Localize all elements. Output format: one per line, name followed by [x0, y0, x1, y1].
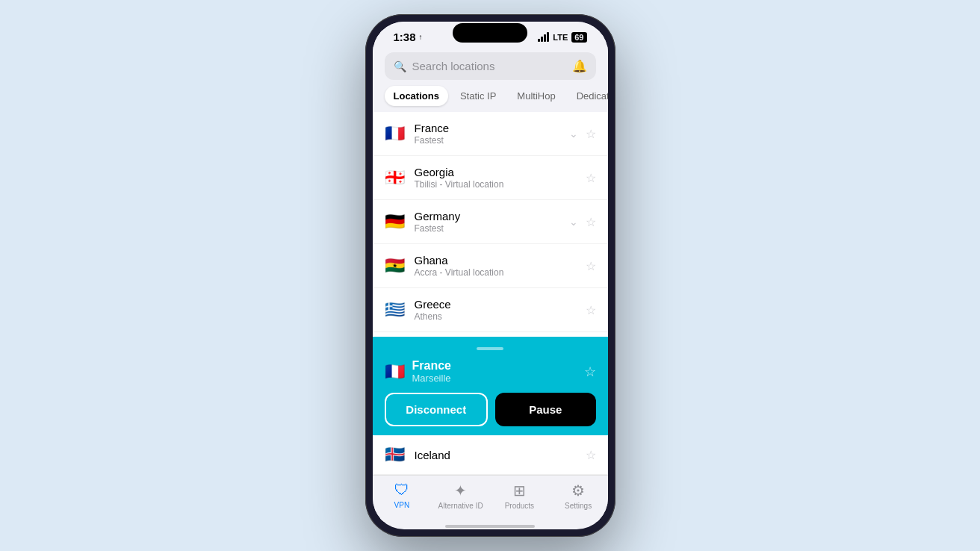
tabs-bar: Locations Static IP MultiHop Dedicated I… [373, 86, 608, 112]
list-item[interactable]: 🇬🇷 Greece Athens ☆ [373, 288, 608, 332]
gear-icon: ⚙ [571, 482, 585, 499]
time-display: 1:38 [394, 31, 416, 43]
connected-city: Marseille [412, 373, 577, 384]
search-input[interactable]: Search locations [412, 60, 566, 72]
nav-item-products[interactable]: ⊞ Products [490, 482, 549, 510]
app-content: 🔍 Search locations 🔔 Locations Static IP… [373, 46, 608, 475]
ghana-actions: ☆ [586, 259, 596, 273]
greece-name: Greece [415, 298, 577, 311]
status-time: 1:38 ↑ [394, 31, 423, 43]
list-item[interactable]: 🇬🇪 Georgia Tbilisi - Virtual location ☆ [373, 156, 608, 200]
drag-handle [477, 347, 503, 350]
tab-static-ip[interactable]: Static IP [451, 86, 505, 106]
germany-name: Germany [415, 210, 560, 222]
germany-info: Germany Fastest [415, 210, 560, 234]
france-flag: 🇫🇷 [385, 124, 406, 143]
germany-sub: Fastest [415, 223, 560, 234]
nav-item-vpn[interactable]: 🛡 VPN [373, 482, 432, 510]
home-indicator [445, 525, 535, 528]
list-item[interactable]: 🇩🇪 Germany Fastest ⌄ ☆ [373, 200, 608, 244]
georgia-flag: 🇬🇪 [385, 168, 406, 187]
disconnect-button[interactable]: Disconnect [385, 393, 489, 426]
ghana-flag: 🇬🇭 [385, 256, 406, 276]
search-bar: 🔍 Search locations 🔔 [373, 46, 608, 86]
ghana-sub: Accra - Virtual location [415, 267, 577, 278]
list-item[interactable]: 🇮🇸 Iceland ☆ [373, 435, 608, 475]
search-icon: 🔍 [394, 60, 406, 72]
france-info: France Fastest [415, 122, 560, 146]
tab-dedicated-ip[interactable]: Dedicated IP [568, 86, 608, 106]
location-arrow-icon: ↑ [419, 33, 423, 41]
favorite-star-icon[interactable]: ☆ [586, 215, 596, 229]
favorite-star-icon[interactable]: ☆ [586, 171, 596, 185]
favorite-star-icon[interactable]: ☆ [586, 259, 596, 273]
battery-badge: 69 [571, 32, 586, 43]
greece-flag: 🇬🇷 [385, 300, 406, 320]
nav-settings-label: Settings [565, 502, 592, 510]
pause-button[interactable]: Pause [495, 393, 596, 426]
tab-locations[interactable]: Locations [385, 86, 448, 106]
phone-screen: 1:38 ↑ LTE 69 🔍 Search lo [373, 22, 608, 529]
favorite-star-icon[interactable]: ☆ [586, 303, 596, 317]
connected-flag: 🇫🇷 [385, 362, 405, 382]
location-list: 🇫🇷 France Fastest ⌄ ☆ 🇬🇪 Georgia [373, 112, 608, 337]
list-item[interactable]: 🇫🇷 France Fastest ⌄ ☆ [373, 112, 608, 156]
chevron-down-icon[interactable]: ⌄ [569, 216, 578, 228]
france-actions: ⌄ ☆ [569, 127, 596, 141]
favorite-star-icon[interactable]: ☆ [586, 127, 596, 141]
phone-frame: 1:38 ↑ LTE 69 🔍 Search lo [365, 14, 615, 537]
ghana-name: Ghana [415, 254, 577, 267]
greece-info: Greece Athens [415, 298, 577, 322]
nav-products-label: Products [505, 502, 534, 510]
list-item[interactable]: 🇬🇭 Ghana Accra - Virtual location ☆ [373, 244, 608, 288]
bottom-nav: 🛡 VPN ✦ Alternative ID ⊞ Products ⚙ Sett… [373, 475, 608, 522]
tab-multihop[interactable]: MultiHop [508, 86, 564, 106]
chevron-down-icon[interactable]: ⌄ [569, 128, 578, 140]
iceland-actions: ☆ [586, 448, 596, 462]
panel-header: 🇫🇷 France Marseille ☆ [385, 359, 596, 384]
germany-flag: 🇩🇪 [385, 212, 406, 231]
shield-icon: 🛡 [394, 482, 409, 499]
sparkle-icon: ✦ [454, 482, 467, 499]
iceland-name: Iceland [415, 449, 577, 461]
connected-country: France [412, 359, 577, 373]
greece-sub: Athens [415, 311, 577, 322]
bell-icon[interactable]: 🔔 [572, 59, 587, 73]
georgia-name: Georgia [415, 166, 577, 178]
greece-actions: ☆ [586, 303, 596, 317]
france-name: France [415, 122, 560, 134]
nav-alt-id-label: Alternative ID [438, 502, 483, 510]
france-sub: Fastest [415, 135, 560, 146]
nav-item-settings[interactable]: ⚙ Settings [549, 482, 608, 510]
georgia-actions: ☆ [586, 171, 596, 185]
iceland-info: Iceland [415, 449, 577, 461]
lte-badge: LTE [553, 33, 568, 42]
nav-vpn-label: VPN [394, 501, 410, 509]
germany-actions: ⌄ ☆ [569, 215, 596, 229]
panel-favorite-star-icon[interactable]: ☆ [584, 364, 596, 380]
search-input-wrapper[interactable]: 🔍 Search locations 🔔 [385, 52, 596, 80]
ghana-info: Ghana Accra - Virtual location [415, 254, 577, 278]
georgia-sub: Tbilisi - Virtual location [415, 179, 577, 190]
connected-panel: 🇫🇷 France Marseille ☆ Disconnect Pause [373, 337, 608, 435]
panel-info: France Marseille [412, 359, 577, 384]
iceland-flag: 🇮🇸 [385, 445, 406, 464]
signal-icon [538, 32, 549, 42]
dynamic-island [453, 23, 527, 43]
status-icons: LTE 69 [538, 32, 586, 43]
georgia-info: Georgia Tbilisi - Virtual location [415, 166, 577, 190]
nav-item-alternative-id[interactable]: ✦ Alternative ID [431, 482, 490, 510]
panel-buttons: Disconnect Pause [385, 393, 596, 426]
grid-icon: ⊞ [513, 482, 526, 499]
favorite-star-icon[interactable]: ☆ [586, 448, 596, 462]
